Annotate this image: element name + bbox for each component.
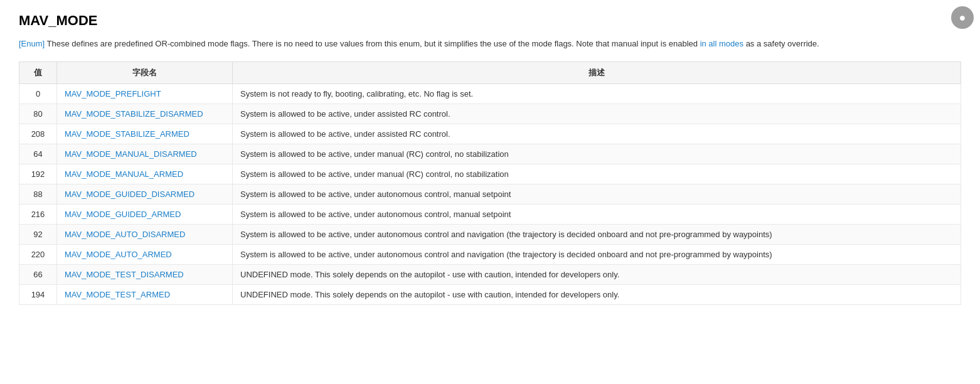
table-row: 66MAV_MODE_TEST_DISARMEDUNDEFINED mode. … [19,264,961,284]
field-link[interactable]: MAV_MODE_AUTO_ARMED [65,250,172,259]
table-row: 192MAV_MODE_MANUAL_ARMEDSystem is allowe… [19,164,961,184]
table-row: 0MAV_MODE_PREFLIGHTSystem is not ready t… [19,83,961,104]
cell-description: UNDEFINED mode. This solely depends on t… [233,264,961,284]
cell-value: 208 [19,124,57,144]
col-field: 字段名 [57,61,233,83]
cell-value: 220 [19,244,57,264]
cell-description: System is allowed to be active, under au… [233,244,961,264]
cell-description: System is allowed to be active, under ma… [233,144,961,164]
cell-field: MAV_MODE_PREFLIGHT [57,83,233,104]
table-row: 208MAV_MODE_STABILIZE_ARMEDSystem is all… [19,124,961,144]
cell-field: MAV_MODE_STABILIZE_ARMED [57,124,233,144]
field-link[interactable]: MAV_MODE_TEST_ARMED [65,290,170,299]
cell-description: System is allowed to be active, under as… [233,124,961,144]
table-row: 194MAV_MODE_TEST_ARMEDUNDEFINED mode. Th… [19,284,961,304]
cell-value: 0 [19,83,57,104]
cell-value: 194 [19,284,57,304]
cell-field: MAV_MODE_MANUAL_ARMED [57,164,233,184]
page-icon: ● [951,6,974,29]
mav-mode-table: 值 字段名 描述 0MAV_MODE_PREFLIGHTSystem is no… [19,61,961,305]
field-link[interactable]: MAV_MODE_STABILIZE_DISARMED [65,109,203,119]
cell-value: 216 [19,204,57,224]
cell-description: System is allowed to be active, under au… [233,204,961,224]
cell-value: 64 [19,144,57,164]
cell-description: System is allowed to be active, under au… [233,184,961,204]
cell-value: 92 [19,224,57,244]
col-description: 描述 [233,61,961,83]
table-row: 220MAV_MODE_AUTO_ARMEDSystem is allowed … [19,244,961,264]
table-row: 216MAV_MODE_GUIDED_ARMEDSystem is allowe… [19,204,961,224]
page-description: [Enum] These defines are predefined OR-c… [19,38,961,50]
cell-value: 66 [19,264,57,284]
cell-value: 192 [19,164,57,184]
table-row: 92MAV_MODE_AUTO_DISARMEDSystem is allowe… [19,224,961,244]
cell-field: MAV_MODE_STABILIZE_DISARMED [57,104,233,124]
field-link[interactable]: MAV_MODE_MANUAL_DISARMED [65,149,197,159]
table-row: 80MAV_MODE_STABILIZE_DISARMEDSystem is a… [19,104,961,124]
field-link[interactable]: MAV_MODE_MANUAL_ARMED [65,169,183,179]
cell-field: MAV_MODE_AUTO_DISARMED [57,224,233,244]
cell-field: MAV_MODE_TEST_ARMED [57,284,233,304]
table-body: 0MAV_MODE_PREFLIGHTSystem is not ready t… [19,83,961,304]
field-link[interactable]: MAV_MODE_PREFLIGHT [65,89,161,99]
cell-description: UNDEFINED mode. This solely depends on t… [233,284,961,304]
cell-field: MAV_MODE_GUIDED_DISARMED [57,184,233,204]
cell-value: 88 [19,184,57,204]
table-header: 值 字段名 描述 [19,61,961,83]
field-link[interactable]: MAV_MODE_STABILIZE_ARMED [65,129,189,139]
cell-description: System is not ready to fly, booting, cal… [233,83,961,104]
table-row: 64MAV_MODE_MANUAL_DISARMEDSystem is allo… [19,144,961,164]
cell-value: 80 [19,104,57,124]
table-row: 88MAV_MODE_GUIDED_DISARMEDSystem is allo… [19,184,961,204]
enum-link[interactable]: [Enum] [19,39,45,48]
field-link[interactable]: MAV_MODE_TEST_DISARMED [65,270,184,279]
cell-field: MAV_MODE_GUIDED_ARMED [57,204,233,224]
cell-field: MAV_MODE_TEST_DISARMED [57,264,233,284]
page-title: MAV_MODE [19,13,961,29]
cell-description: System is allowed to be active, under ma… [233,164,961,184]
col-value: 值 [19,61,57,83]
cell-description: System is allowed to be active, under au… [233,224,961,244]
field-link[interactable]: MAV_MODE_AUTO_DISARMED [65,230,185,239]
field-link[interactable]: MAV_MODE_GUIDED_ARMED [65,210,181,219]
cell-field: MAV_MODE_AUTO_ARMED [57,244,233,264]
field-link[interactable]: MAV_MODE_GUIDED_DISARMED [65,189,194,199]
cell-field: MAV_MODE_MANUAL_DISARMED [57,144,233,164]
cell-description: System is allowed to be active, under as… [233,104,961,124]
